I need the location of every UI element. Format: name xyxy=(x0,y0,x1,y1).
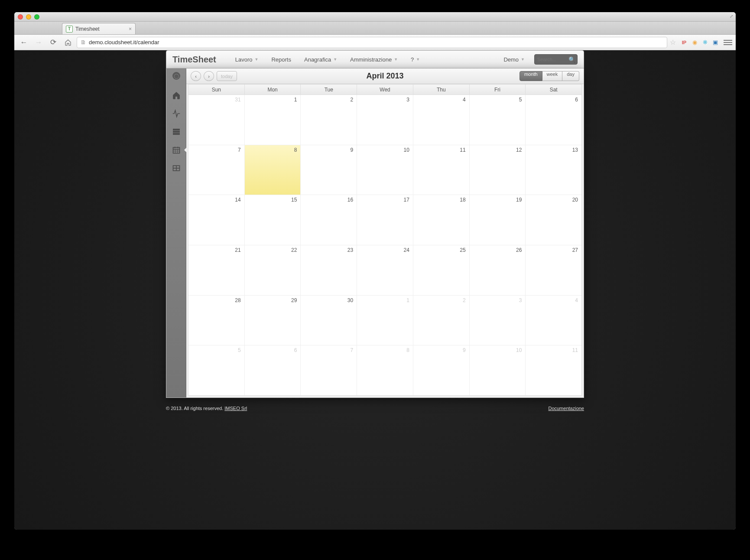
search-icon[interactable]: 🔍 xyxy=(568,56,575,63)
window-close-button[interactable] xyxy=(18,14,23,20)
list-icon xyxy=(172,127,181,136)
calendar-week-row: 2829301234 xyxy=(188,296,581,346)
bookmark-star-icon[interactable]: ☆ xyxy=(670,38,676,46)
reload-button[interactable]: ⟳ xyxy=(47,37,59,48)
back-button[interactable]: ← xyxy=(18,37,30,48)
calendar-day-cell[interactable]: 26 xyxy=(470,245,526,295)
calendar-day-number: 17 xyxy=(404,197,409,203)
browser-tab[interactable]: T Timesheet × xyxy=(62,23,136,34)
calendar-day-cell[interactable]: 1 xyxy=(357,296,413,345)
calendar-day-cell[interactable]: 22 xyxy=(245,245,301,295)
calendar-day-cell[interactable]: 4 xyxy=(413,95,470,145)
calendar-day-cell[interactable]: 25 xyxy=(413,245,470,295)
calendar-day-cell[interactable]: 27 xyxy=(526,245,581,295)
window-minimize-button[interactable] xyxy=(26,14,31,20)
extension-globe-icon[interactable]: ❋ xyxy=(701,39,709,46)
calendar-day-cell[interactable]: 9 xyxy=(301,145,357,195)
view-month-button[interactable]: month xyxy=(519,71,542,81)
calendar-day-cell[interactable]: 8 xyxy=(357,345,413,395)
view-week-button[interactable]: week xyxy=(542,71,563,81)
calendar-day-number: 2 xyxy=(463,297,466,303)
sidebar-item-table[interactable] xyxy=(171,163,182,173)
sidebar-collapse-button[interactable]: ◯ xyxy=(172,72,180,80)
calendar-day-cell[interactable]: 2 xyxy=(301,95,357,145)
calendar-day-cell[interactable]: 11 xyxy=(526,345,581,395)
browser-menu-button[interactable] xyxy=(724,40,732,45)
home-button[interactable] xyxy=(62,37,74,48)
calendar-day-cell[interactable]: 5 xyxy=(470,95,526,145)
calendar-day-cell[interactable]: 2 xyxy=(413,296,470,345)
window-zoom-button[interactable] xyxy=(34,14,39,20)
calendar-next-button[interactable]: › xyxy=(204,71,214,81)
calendar-day-number: 26 xyxy=(516,247,522,253)
resize-icon[interactable]: ⤢ xyxy=(730,14,733,19)
calendar-day-cell[interactable]: 4 xyxy=(526,296,581,345)
calendar-day-number: 6 xyxy=(575,97,578,103)
calendar-day-cell[interactable]: 11 xyxy=(413,145,470,195)
forward-button[interactable]: → xyxy=(32,37,45,48)
calendar-day-cell[interactable]: 7 xyxy=(301,345,357,395)
menu-lavoro[interactable]: Lavoro▼ xyxy=(229,54,265,65)
sidebar-item-list[interactable] xyxy=(171,127,182,137)
extension-icons: IP ◉ ❋ ▣ xyxy=(680,39,719,46)
calendar-day-cell[interactable]: 8 xyxy=(245,145,301,195)
menu-help[interactable]: ?▼ xyxy=(405,54,426,65)
calendar-day-cell[interactable]: 20 xyxy=(526,195,581,245)
calendar-day-number: 21 xyxy=(235,247,240,253)
calendar-day-cell[interactable]: 3 xyxy=(357,95,413,145)
calendar-day-cell[interactable]: 30 xyxy=(301,296,357,345)
calendar-day-cell[interactable]: 7 xyxy=(188,145,245,195)
calendar-day-cell[interactable]: 9 xyxy=(413,345,470,395)
calendar-day-cell[interactable]: 12 xyxy=(470,145,526,195)
calendar-day-cell[interactable]: 3 xyxy=(470,296,526,345)
sidebar-item-home[interactable] xyxy=(171,90,182,101)
footer-doc-link[interactable]: Documentazione xyxy=(548,406,584,411)
calendar-day-cell[interactable]: 21 xyxy=(188,245,245,295)
search-input[interactable] xyxy=(537,57,568,62)
view-day-button[interactable]: day xyxy=(562,71,579,81)
calendar-day-cell[interactable]: 6 xyxy=(526,95,581,145)
footer-company-link[interactable]: IMSEO Srl xyxy=(224,406,247,411)
calendar-day-cell[interactable]: 13 xyxy=(526,145,581,195)
calendar-day-cell[interactable]: 14 xyxy=(188,195,245,245)
calendar-day-cell[interactable]: 17 xyxy=(357,195,413,245)
address-bar[interactable]: 🗎 demo.cloudsheet.it/calendar xyxy=(77,37,667,48)
calendar-day-cell[interactable]: 15 xyxy=(245,195,301,245)
calendar-header-cell: Sat xyxy=(526,85,581,94)
menu-anagrafica[interactable]: Anagrafica▼ xyxy=(298,54,343,65)
extension-windows-icon[interactable]: ▣ xyxy=(711,39,719,46)
calendar-prev-button[interactable]: ‹ xyxy=(191,71,201,81)
calendar-day-cell[interactable]: 23 xyxy=(301,245,357,295)
extension-radar-icon[interactable]: ◉ xyxy=(691,39,698,46)
tab-close-icon[interactable]: × xyxy=(129,26,132,32)
calendar-day-cell[interactable]: 19 xyxy=(470,195,526,245)
calendar-day-cell[interactable]: 6 xyxy=(245,345,301,395)
chevron-down-icon: ▼ xyxy=(521,57,525,62)
calendar-day-cell[interactable]: 5 xyxy=(188,345,245,395)
sidebar-item-activity[interactable] xyxy=(171,108,182,119)
calendar-day-number: 11 xyxy=(572,347,578,353)
calendar-day-number: 8 xyxy=(406,347,409,353)
user-menu[interactable]: Demo▼ xyxy=(498,54,530,65)
calendar-day-cell[interactable]: 10 xyxy=(470,345,526,395)
calendar-day-cell[interactable]: 18 xyxy=(413,195,470,245)
copyright-text: © 2013. All rights reserved. xyxy=(166,406,224,411)
calendar-day-cell[interactable]: 1 xyxy=(245,95,301,145)
menu-reports[interactable]: Reports xyxy=(265,54,297,65)
search-box[interactable]: 🔍 xyxy=(534,54,578,65)
calendar-day-cell[interactable]: 16 xyxy=(301,195,357,245)
calendar-day-cell[interactable]: 31 xyxy=(188,95,245,145)
calendar-day-number: 7 xyxy=(238,147,241,153)
calendar-day-number: 4 xyxy=(463,97,466,103)
calendar-today-button[interactable]: today xyxy=(217,71,237,81)
calendar-day-number: 28 xyxy=(235,297,240,303)
calendar-day-cell[interactable]: 28 xyxy=(188,296,245,345)
sidebar-item-calendar[interactable] xyxy=(171,145,182,155)
calendar-day-cell[interactable]: 24 xyxy=(357,245,413,295)
extension-ip-icon[interactable]: IP xyxy=(680,39,688,46)
calendar-day-cell[interactable]: 29 xyxy=(245,296,301,345)
menu-label: ? xyxy=(411,56,414,63)
calendar-day-cell[interactable]: 10 xyxy=(357,145,413,195)
calendar-day-number: 3 xyxy=(519,297,522,303)
menu-amministrazione[interactable]: Amministrazione▼ xyxy=(344,54,404,65)
